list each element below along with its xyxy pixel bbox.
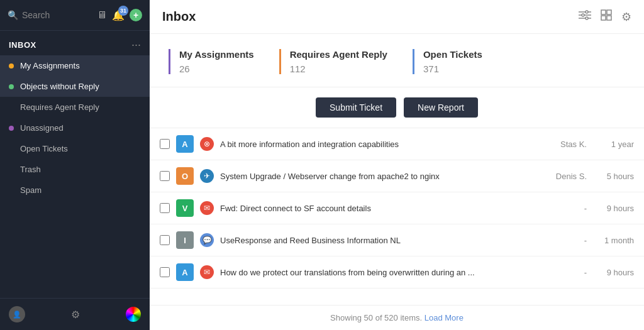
notification-bell[interactable]: 🔔 31 (112, 9, 125, 21)
page-title: Inbox (162, 9, 196, 24)
search-area[interactable]: 🔍 Search (8, 10, 91, 20)
dot-green-icon (9, 84, 14, 89)
submit-ticket-button[interactable]: Submit Ticket (316, 97, 396, 118)
monitor-icon[interactable]: 🖥 (97, 9, 107, 21)
ticket-subject: A bit more information and integration c… (220, 140, 530, 149)
notification-badge: 31 (118, 6, 128, 16)
avatar: O (176, 167, 194, 185)
header-actions: ⚙ (579, 9, 631, 25)
chat-icon: 💬 (200, 233, 214, 247)
sidebar-item-label: Trash (20, 165, 41, 174)
sidebar: 🔍 Search 🖥 🔔 31 + INBOX ··· My Assignmen… (0, 0, 150, 330)
stat-label: Requires Agent Reply (290, 49, 387, 60)
sidebar-item-trash[interactable]: Trash (0, 159, 150, 180)
sidebar-item-label: Open Tickets (20, 144, 68, 153)
row-checkbox[interactable] (160, 235, 170, 245)
stat-count: 112 (290, 63, 387, 74)
main-header: Inbox ⚙ (150, 0, 644, 34)
ticket-subject: How do we protect our translations from … (220, 268, 530, 277)
sidebar-nav: My Assignments Objects without Reply Req… (0, 55, 150, 298)
table-row[interactable]: O ✈ System Upgrade / Webserver change fr… (150, 160, 644, 192)
settings-icon[interactable]: ⚙ (621, 10, 631, 24)
row-checkbox[interactable] (160, 203, 170, 213)
row-checkbox[interactable] (160, 139, 170, 149)
sidebar-bottom: 👤 ⚙ (0, 298, 150, 330)
avatar: A (176, 135, 194, 153)
ticket-time: 5 hours (593, 172, 634, 181)
ticket-time: 9 hours (593, 268, 634, 277)
filter-icon[interactable] (579, 9, 591, 25)
ticket-assignee: Stas K. (536, 140, 587, 149)
showing-text: Showing 50 of 520 items. (330, 313, 422, 322)
sidebar-top: 🔍 Search 🖥 🔔 31 + (0, 0, 150, 31)
dot-purple-icon (9, 126, 14, 131)
avatar: V (176, 199, 194, 217)
more-options-icon[interactable]: ··· (131, 38, 141, 52)
ticket-list: A ⊗ A bit more information and integrati… (150, 128, 644, 305)
table-row[interactable]: A ✉ How do we protect our translations f… (150, 256, 644, 289)
email-icon: ✉ (200, 265, 214, 279)
ticket-subject: System Upgrade / Webserver change from a… (220, 172, 530, 181)
sidebar-section-header: INBOX ··· (0, 31, 150, 55)
stat-requires-agent-reply: Requires Agent Reply 112 (279, 49, 387, 74)
sidebar-item-unassigned[interactable]: Unassigned (0, 118, 150, 138)
top-icons: 🖥 🔔 31 + (97, 9, 142, 21)
svg-rect-10 (607, 10, 611, 14)
search-label: Search (22, 10, 50, 20)
svg-point-2 (586, 17, 588, 19)
ticket-time: 1 month (593, 236, 634, 245)
sidebar-item-open-tickets[interactable]: Open Tickets (0, 138, 150, 159)
ticket-subject: UseResponse and Reed Business Informatio… (220, 236, 530, 245)
user-avatar[interactable]: 👤 (9, 306, 25, 322)
add-button[interactable]: + (130, 9, 142, 21)
stat-count: 26 (179, 63, 254, 74)
dot-orange-icon (9, 63, 14, 69)
lifering-icon: ⊗ (200, 137, 214, 151)
ticket-time: 1 year (593, 140, 634, 149)
ticket-assignee: - (536, 236, 587, 245)
stat-my-assignments: My Assignments 26 (169, 49, 254, 74)
inbox-section-title: INBOX (9, 40, 36, 50)
load-more-button[interactable]: Load More (425, 313, 464, 322)
color-wheel-icon[interactable] (126, 307, 141, 322)
action-buttons: Submit Ticket New Report (150, 87, 644, 128)
ticket-assignee: - (536, 204, 587, 213)
stat-open-tickets: Open Tickets 371 (413, 49, 482, 74)
list-footer: Showing 50 of 520 items. Load More (150, 305, 644, 330)
sidebar-item-my-assignments[interactable]: My Assignments (0, 55, 150, 76)
sidebar-item-spam[interactable]: Spam (0, 180, 150, 201)
avatar: I (176, 231, 194, 249)
stats-row: My Assignments 26 Requires Agent Reply 1… (150, 34, 644, 87)
stat-label: My Assignments (179, 49, 254, 60)
ticket-subject: Fwd: Direct connect to SF account detail… (220, 204, 530, 213)
sidebar-item-objects-without-reply[interactable]: Objects without Reply (0, 76, 150, 97)
sidebar-item-label: Objects without Reply (20, 82, 99, 91)
svg-point-0 (582, 14, 584, 16)
ticket-assignee: - (536, 268, 587, 277)
sidebar-item-label: Spam (20, 185, 42, 195)
sidebar-item-label: Requires Agent Reply (20, 102, 99, 112)
stat-count: 371 (423, 63, 482, 74)
stat-label: Open Tickets (423, 49, 482, 60)
ticket-time: 9 hours (593, 204, 634, 213)
table-row[interactable]: I 💬 UseResponse and Reed Business Inform… (150, 224, 644, 256)
ticket-assignee: Denis S. (536, 172, 587, 181)
grid-icon[interactable] (600, 9, 613, 25)
svg-rect-9 (601, 10, 606, 14)
telegram-icon: ✈ (200, 169, 214, 183)
svg-point-1 (586, 11, 588, 13)
table-row[interactable]: A ⊗ A bit more information and integrati… (150, 128, 644, 160)
avatar: A (176, 263, 194, 281)
svg-rect-12 (607, 16, 611, 20)
sidebar-item-label: Unassigned (20, 123, 64, 133)
row-checkbox[interactable] (160, 171, 170, 181)
new-report-button[interactable]: New Report (404, 97, 478, 118)
email-icon: ✉ (200, 201, 214, 215)
row-checkbox[interactable] (160, 267, 170, 277)
table-row[interactable]: V ✉ Fwd: Direct connect to SF account de… (150, 192, 644, 224)
sidebar-item-label: My Assignments (20, 61, 80, 70)
sidebar-item-requires-agent-reply[interactable]: Requires Agent Reply (0, 97, 150, 118)
svg-rect-11 (601, 16, 606, 20)
settings-icon[interactable]: ⚙ (71, 309, 80, 321)
main-content: Inbox ⚙ My Assignments 26 (150, 0, 644, 330)
